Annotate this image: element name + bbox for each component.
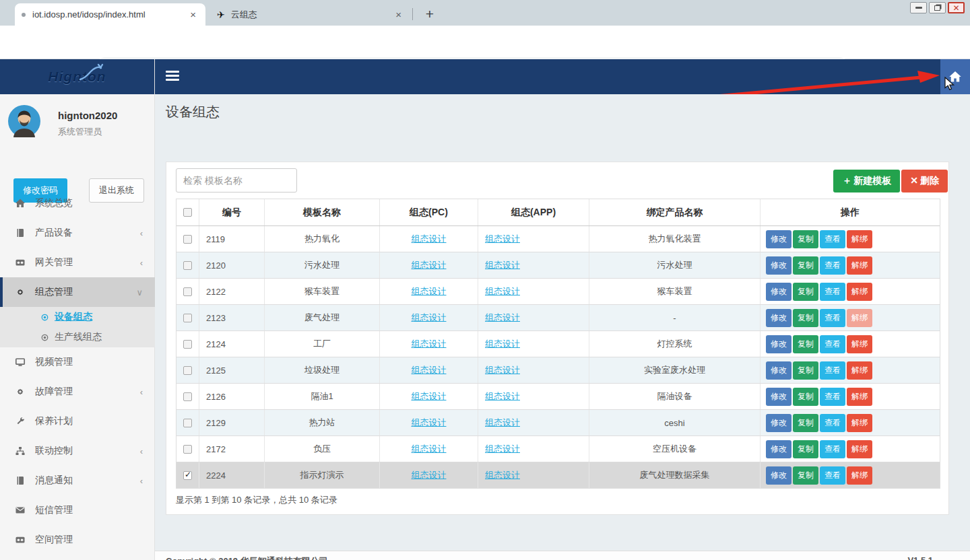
copy-button[interactable]: 复制 [793, 466, 818, 485]
copy-button[interactable]: 复制 [793, 230, 818, 248]
edit-button[interactable]: 修改 [766, 335, 791, 353]
config-design-app-link[interactable]: 组态设计 [485, 417, 520, 429]
sidebar-item-maintenance[interactable]: 保养计划 [0, 407, 155, 436]
config-design-app-link[interactable]: 组态设计 [485, 233, 520, 245]
unbind-button[interactable]: 解绑 [847, 361, 872, 380]
edit-button[interactable]: 修改 [766, 440, 791, 458]
sidebar-item-linkage-control[interactable]: 联动控制 ‹ [0, 436, 155, 466]
view-button[interactable]: 查看 [820, 283, 845, 301]
config-design-pc-link[interactable]: 组态设计 [412, 312, 447, 324]
sidebar-item-system-overview[interactable]: 系统总览 [0, 188, 155, 218]
bigdata-home-button[interactable] [940, 59, 970, 94]
edit-button[interactable]: 修改 [766, 466, 791, 485]
unbind-button[interactable]: 解绑 [847, 283, 872, 301]
view-button[interactable]: 查看 [820, 466, 845, 485]
view-button[interactable]: 查看 [820, 388, 845, 406]
config-design-pc-link[interactable]: 组态设计 [412, 417, 447, 429]
copy-button[interactable]: 复制 [793, 414, 818, 432]
sidebar-item-fault[interactable]: 故障管理 ‹ [0, 377, 155, 407]
unbind-button[interactable]: 解绑 [847, 388, 872, 406]
sidebar-subitem-production-line-config[interactable]: 生产线组态 [0, 327, 155, 347]
config-design-pc-link[interactable]: 组态设计 [412, 233, 447, 245]
sidebar-item-video[interactable]: 视频管理 [0, 347, 155, 377]
config-design-app-link[interactable]: 组态设计 [485, 364, 520, 376]
row-template-name: 猴车装置 [265, 279, 380, 304]
edit-button[interactable]: 修改 [766, 256, 791, 275]
edit-button[interactable]: 修改 [766, 309, 791, 327]
tab-close-icon[interactable]: × [393, 7, 404, 22]
row-checkbox[interactable] [183, 287, 192, 296]
sidebar-subitem-device-config[interactable]: 设备组态 [0, 307, 155, 327]
sidebar-item-space[interactable]: 空间管理 [0, 525, 155, 555]
view-button[interactable]: 查看 [820, 309, 845, 327]
view-button[interactable]: 查看 [820, 335, 845, 353]
copy-button[interactable]: 复制 [793, 283, 818, 301]
sidebar-item-message-notify[interactable]: 消息通知 ‹ [0, 466, 155, 495]
unbind-button[interactable]: 解绑 [847, 414, 872, 432]
sidebar-item-sms[interactable]: 短信管理 [0, 495, 155, 525]
config-design-pc-link[interactable]: 组态设计 [412, 338, 447, 350]
config-design-pc-link[interactable]: 组态设计 [412, 285, 447, 298]
edit-button[interactable]: 修改 [766, 230, 791, 248]
edit-button[interactable]: 修改 [766, 361, 791, 380]
config-design-pc-link[interactable]: 组态设计 [412, 364, 447, 376]
sidebar-item-product-device[interactable]: 产品设备 ‹ [0, 218, 155, 248]
edit-button[interactable]: 修改 [766, 388, 791, 406]
row-checkbox[interactable] [183, 419, 192, 427]
copy-button[interactable]: 复制 [793, 388, 818, 406]
view-button[interactable]: 查看 [820, 414, 845, 432]
copy-button[interactable]: 复制 [793, 335, 818, 353]
config-design-pc-link[interactable]: 组态设计 [412, 469, 447, 481]
user-avatar[interactable] [8, 105, 40, 137]
select-all-checkbox[interactable] [183, 208, 192, 217]
row-checkbox[interactable] [183, 392, 192, 401]
copy-button[interactable]: 复制 [793, 309, 818, 327]
config-design-app-link[interactable]: 组态设计 [485, 259, 520, 271]
new-template-button[interactable]: ＋新建模板 [833, 170, 900, 193]
config-design-pc-link[interactable]: 组态设计 [412, 443, 447, 455]
hamburger-menu-icon[interactable] [166, 71, 179, 81]
delete-button[interactable]: ✕删除 [901, 170, 948, 193]
config-design-app-link[interactable]: 组态设计 [485, 312, 520, 324]
view-button[interactable]: 查看 [820, 361, 845, 380]
main-area: 大数据中心 设备组态 ＋新建模板 ✕删除 编号 模板名称 组态(PC) 组态(A… [155, 59, 970, 560]
unbind-button[interactable]: 解绑 [847, 309, 872, 327]
browser-tab-inactive[interactable]: ✈ 云组态 × [210, 3, 411, 26]
copy-button[interactable]: 复制 [793, 440, 818, 458]
config-design-app-link[interactable]: 组态设计 [485, 338, 520, 350]
edit-button[interactable]: 修改 [766, 283, 791, 301]
unbind-button[interactable]: 解绑 [847, 466, 872, 485]
config-design-app-link[interactable]: 组态设计 [485, 469, 520, 481]
row-checkbox[interactable] [183, 235, 192, 244]
sidebar-item-gateway[interactable]: 网关管理 ‹ [0, 248, 155, 277]
config-design-pc-link[interactable]: 组态设计 [412, 390, 447, 403]
unbind-button[interactable]: 解绑 [847, 335, 872, 353]
row-checkbox[interactable] [183, 261, 192, 270]
window-minimize-button[interactable] [910, 2, 927, 13]
edit-button[interactable]: 修改 [766, 414, 791, 432]
tab-close-icon[interactable]: × [187, 7, 199, 22]
row-checkbox[interactable] [183, 314, 192, 322]
unbind-button[interactable]: 解绑 [847, 440, 872, 458]
search-input[interactable] [176, 168, 297, 193]
view-button[interactable]: 查看 [820, 440, 845, 458]
window-restore-button[interactable] [929, 2, 946, 13]
row-checkbox[interactable] [183, 366, 192, 375]
row-checkbox[interactable] [183, 445, 192, 454]
copy-button[interactable]: 复制 [793, 256, 818, 275]
browser-tab-active[interactable]: iot.idosp.net/idosp/index.html × [15, 3, 205, 26]
sidebar-item-config-management[interactable]: 组态管理 ∨ [0, 277, 155, 307]
window-close-button[interactable]: ✕ [948, 2, 965, 13]
config-design-app-link[interactable]: 组态设计 [485, 285, 520, 298]
config-design-pc-link[interactable]: 组态设计 [412, 259, 447, 271]
copy-button[interactable]: 复制 [793, 361, 818, 380]
config-design-app-link[interactable]: 组态设计 [485, 443, 520, 455]
row-checkbox[interactable] [183, 340, 192, 349]
row-checkbox[interactable] [183, 471, 192, 480]
config-design-app-link[interactable]: 组态设计 [485, 390, 520, 403]
new-tab-button[interactable]: + [420, 5, 439, 23]
view-button[interactable]: 查看 [820, 256, 845, 275]
unbind-button[interactable]: 解绑 [847, 230, 872, 248]
unbind-button[interactable]: 解绑 [847, 256, 872, 275]
view-button[interactable]: 查看 [820, 230, 845, 248]
